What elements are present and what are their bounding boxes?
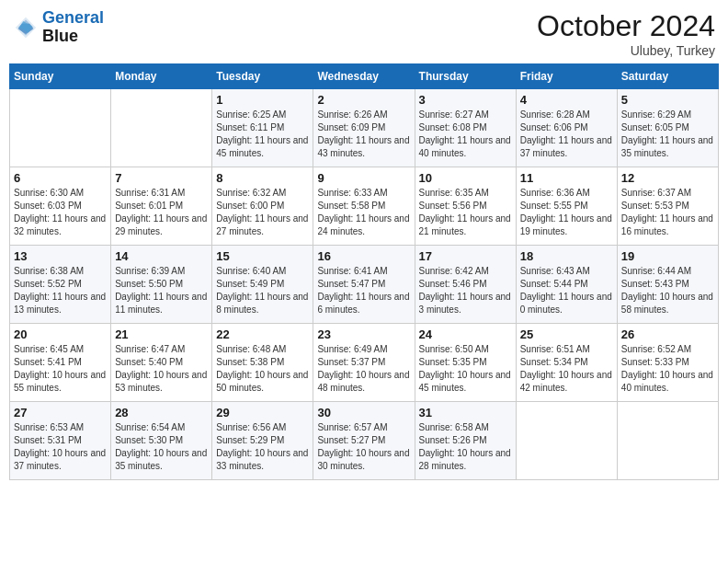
day-info: Sunrise: 6:33 AM Sunset: 5:58 PM Dayligh… <box>317 187 410 238</box>
day-number: 27 <box>14 406 107 419</box>
day-number: 9 <box>317 171 410 185</box>
day-info: Sunrise: 6:53 AM Sunset: 5:31 PM Dayligh… <box>14 421 107 473</box>
day-info: Sunrise: 6:42 AM Sunset: 5:46 PM Dayligh… <box>419 265 512 316</box>
day-info: Sunrise: 6:43 AM Sunset: 5:44 PM Dayligh… <box>520 265 613 316</box>
calendar-cell: 14Sunrise: 6:39 AM Sunset: 5:50 PM Dayli… <box>111 246 212 324</box>
day-info: Sunrise: 6:52 AM Sunset: 5:33 PM Dayligh… <box>621 343 714 395</box>
calendar-cell <box>111 89 212 167</box>
calendar-cell: 8Sunrise: 6:32 AM Sunset: 6:00 PM Daylig… <box>212 167 313 246</box>
day-info: Sunrise: 6:28 AM Sunset: 6:06 PM Dayligh… <box>520 109 613 160</box>
weekday-header: Wednesday <box>313 64 415 89</box>
weekday-header: Thursday <box>415 64 516 89</box>
day-info: Sunrise: 6:41 AM Sunset: 5:47 PM Dayligh… <box>317 265 410 316</box>
day-info: Sunrise: 6:37 AM Sunset: 5:53 PM Dayligh… <box>621 187 714 238</box>
calendar-cell: 17Sunrise: 6:42 AM Sunset: 5:46 PM Dayli… <box>415 246 516 324</box>
day-number: 20 <box>14 327 107 341</box>
day-info: Sunrise: 6:32 AM Sunset: 6:00 PM Dayligh… <box>216 187 309 238</box>
day-info: Sunrise: 6:26 AM Sunset: 6:09 PM Dayligh… <box>317 109 410 160</box>
day-info: Sunrise: 6:45 AM Sunset: 5:41 PM Dayligh… <box>14 343 107 395</box>
calendar-cell: 15Sunrise: 6:40 AM Sunset: 5:49 PM Dayli… <box>212 246 313 324</box>
day-info: Sunrise: 6:40 AM Sunset: 5:49 PM Dayligh… <box>216 265 309 316</box>
day-number: 12 <box>621 171 714 185</box>
day-number: 11 <box>520 171 613 185</box>
month-title: October 2024 <box>537 9 715 43</box>
day-number: 10 <box>419 171 512 185</box>
day-number: 3 <box>419 93 512 107</box>
day-number: 16 <box>317 249 410 263</box>
day-number: 30 <box>317 406 410 419</box>
calendar-cell: 26Sunrise: 6:52 AM Sunset: 5:33 PM Dayli… <box>617 324 718 402</box>
day-number: 24 <box>419 327 512 341</box>
weekday-header: Monday <box>111 64 212 89</box>
calendar-week-row: 20Sunrise: 6:45 AM Sunset: 5:41 PM Dayli… <box>10 324 719 402</box>
day-number: 1 <box>216 93 309 107</box>
location: Ulubey, Turkey <box>537 43 715 58</box>
calendar-cell: 13Sunrise: 6:38 AM Sunset: 5:52 PM Dayli… <box>10 246 111 324</box>
day-number: 19 <box>621 249 714 263</box>
day-info: Sunrise: 6:44 AM Sunset: 5:43 PM Dayligh… <box>621 265 714 316</box>
day-info: Sunrise: 6:39 AM Sunset: 5:50 PM Dayligh… <box>115 265 208 316</box>
weekday-header-row: SundayMondayTuesdayWednesdayThursdayFrid… <box>10 64 719 89</box>
calendar-cell: 27Sunrise: 6:53 AM Sunset: 5:31 PM Dayli… <box>10 402 111 480</box>
calendar-cell: 5Sunrise: 6:29 AM Sunset: 6:05 PM Daylig… <box>617 89 718 167</box>
day-number: 13 <box>14 249 107 263</box>
day-number: 21 <box>115 327 208 341</box>
calendar-week-row: 1Sunrise: 6:25 AM Sunset: 6:11 PM Daylig… <box>10 89 719 167</box>
logo-icon <box>13 15 39 40</box>
calendar-cell <box>10 89 111 167</box>
page-header: General Blue October 2024 Ulubey, Turkey <box>9 9 719 58</box>
calendar-cell: 7Sunrise: 6:31 AM Sunset: 6:01 PM Daylig… <box>111 167 212 246</box>
day-info: Sunrise: 6:48 AM Sunset: 5:38 PM Dayligh… <box>216 343 309 395</box>
day-info: Sunrise: 6:31 AM Sunset: 6:01 PM Dayligh… <box>115 187 208 238</box>
day-number: 15 <box>216 249 309 263</box>
day-number: 7 <box>115 171 208 185</box>
day-number: 5 <box>621 93 714 107</box>
calendar-cell: 16Sunrise: 6:41 AM Sunset: 5:47 PM Dayli… <box>313 246 415 324</box>
calendar-cell: 24Sunrise: 6:50 AM Sunset: 5:35 PM Dayli… <box>415 324 516 402</box>
calendar-cell: 29Sunrise: 6:56 AM Sunset: 5:29 PM Dayli… <box>212 402 313 480</box>
weekday-header: Saturday <box>617 64 718 89</box>
day-info: Sunrise: 6:25 AM Sunset: 6:11 PM Dayligh… <box>216 109 309 160</box>
calendar-cell: 28Sunrise: 6:54 AM Sunset: 5:30 PM Dayli… <box>111 402 212 480</box>
calendar-week-row: 27Sunrise: 6:53 AM Sunset: 5:31 PM Dayli… <box>10 402 719 480</box>
day-number: 22 <box>216 327 309 341</box>
day-info: Sunrise: 6:27 AM Sunset: 6:08 PM Dayligh… <box>419 109 512 160</box>
calendar-cell: 19Sunrise: 6:44 AM Sunset: 5:43 PM Dayli… <box>617 246 718 324</box>
day-number: 4 <box>520 93 613 107</box>
day-info: Sunrise: 6:51 AM Sunset: 5:34 PM Dayligh… <box>520 343 613 395</box>
weekday-header: Sunday <box>10 64 111 89</box>
calendar-table: SundayMondayTuesdayWednesdayThursdayFrid… <box>9 63 719 480</box>
calendar-cell: 31Sunrise: 6:58 AM Sunset: 5:26 PM Dayli… <box>415 402 516 480</box>
day-number: 18 <box>520 249 613 263</box>
day-info: Sunrise: 6:35 AM Sunset: 5:56 PM Dayligh… <box>419 187 512 238</box>
calendar-cell: 18Sunrise: 6:43 AM Sunset: 5:44 PM Dayli… <box>516 246 617 324</box>
calendar-cell: 6Sunrise: 6:30 AM Sunset: 6:03 PM Daylig… <box>10 167 111 246</box>
calendar-cell <box>516 402 617 480</box>
day-number: 2 <box>317 93 410 107</box>
calendar-cell <box>617 402 718 480</box>
weekday-header: Friday <box>516 64 617 89</box>
day-info: Sunrise: 6:47 AM Sunset: 5:40 PM Dayligh… <box>115 343 208 395</box>
day-info: Sunrise: 6:58 AM Sunset: 5:26 PM Dayligh… <box>419 421 512 473</box>
calendar-cell: 10Sunrise: 6:35 AM Sunset: 5:56 PM Dayli… <box>415 167 516 246</box>
day-number: 26 <box>621 327 714 341</box>
title-block: October 2024 Ulubey, Turkey <box>537 9 715 58</box>
day-number: 14 <box>115 249 208 263</box>
day-number: 28 <box>115 406 208 419</box>
day-info: Sunrise: 6:57 AM Sunset: 5:27 PM Dayligh… <box>317 421 410 473</box>
weekday-header: Tuesday <box>212 64 313 89</box>
calendar-cell: 23Sunrise: 6:49 AM Sunset: 5:37 PM Dayli… <box>313 324 415 402</box>
calendar-cell: 2Sunrise: 6:26 AM Sunset: 6:09 PM Daylig… <box>313 89 415 167</box>
day-number: 8 <box>216 171 309 185</box>
day-info: Sunrise: 6:29 AM Sunset: 6:05 PM Dayligh… <box>621 109 714 160</box>
day-info: Sunrise: 6:56 AM Sunset: 5:29 PM Dayligh… <box>216 421 309 473</box>
day-number: 23 <box>317 327 410 341</box>
day-info: Sunrise: 6:30 AM Sunset: 6:03 PM Dayligh… <box>14 187 107 238</box>
calendar-cell: 1Sunrise: 6:25 AM Sunset: 6:11 PM Daylig… <box>212 89 313 167</box>
calendar-cell: 30Sunrise: 6:57 AM Sunset: 5:27 PM Dayli… <box>313 402 415 480</box>
calendar-cell: 9Sunrise: 6:33 AM Sunset: 5:58 PM Daylig… <box>313 167 415 246</box>
day-number: 29 <box>216 406 309 419</box>
calendar-cell: 20Sunrise: 6:45 AM Sunset: 5:41 PM Dayli… <box>10 324 111 402</box>
calendar-week-row: 13Sunrise: 6:38 AM Sunset: 5:52 PM Dayli… <box>10 246 719 324</box>
calendar-cell: 21Sunrise: 6:47 AM Sunset: 5:40 PM Dayli… <box>111 324 212 402</box>
